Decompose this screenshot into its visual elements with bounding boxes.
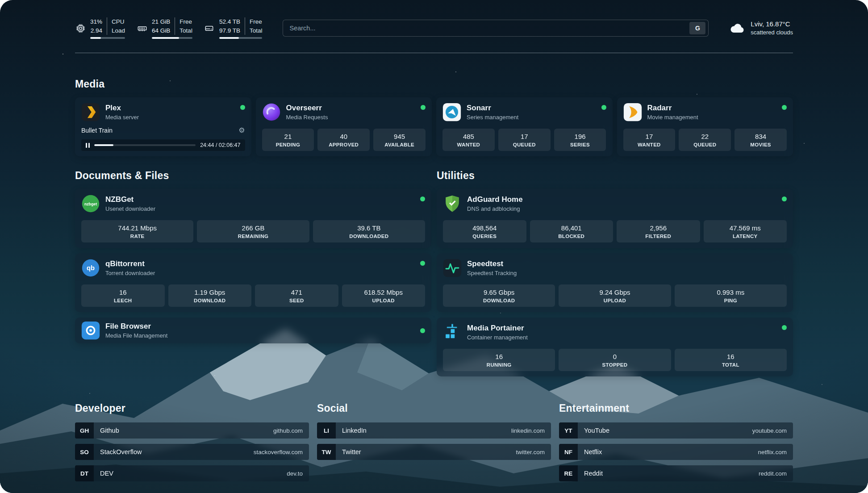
bookmark-url: youtube.com [752, 427, 787, 434]
nzbget-stat-remaining: 266 GBREMAINING [197, 220, 309, 242]
sonarr-stat-series: 196SERIES [554, 129, 606, 151]
bookmark-youtube[interactable]: YT YouTube youtube.com [559, 422, 793, 439]
radarr-stat-queued: 22QUEUED [679, 129, 731, 151]
search-input[interactable] [289, 25, 689, 32]
disk-readout: 52.4 TB 97.9 TB Free Total [219, 17, 263, 39]
bookmark-reddit[interactable]: RE Reddit reddit.com [559, 465, 793, 481]
portainer-subtitle: Container management [467, 334, 528, 341]
ram-monitor: 21 GiB 64 GiB Free Total [137, 17, 192, 39]
svg-text:qb: qb [87, 264, 95, 272]
bookmark-linkedin[interactable]: LI LinkedIn linkedin.com [317, 422, 551, 439]
sonarr-status-dot [601, 105, 606, 110]
disk-icon [204, 23, 215, 33]
media-grid: Plex Media server Bullet Train ⚙ [75, 97, 793, 156]
cpu-load-label: Load [112, 26, 125, 35]
bookmark-name: LinkedIn [342, 427, 367, 434]
section-title-documents: Documents & Files [75, 170, 431, 182]
speedtest-subtitle: Speedtest Tracking [467, 270, 517, 276]
bookmark-netflix[interactable]: NF Netflix netflix.com [559, 444, 793, 460]
cloud-icon [729, 21, 745, 35]
bookmark-url: reddit.com [759, 470, 787, 477]
nzbget-stat-rate: 744.21 MbpsRATE [81, 220, 193, 242]
qbittorrent-subtitle: Torrent downloader [105, 270, 155, 276]
overseerr-icon [262, 103, 281, 121]
section-title-social: Social [317, 402, 551, 414]
sonarr-stat-wanted: 485WANTED [442, 129, 495, 151]
svg-text:nzbget: nzbget [84, 202, 97, 206]
bookmark-name: StackOverflow [100, 448, 142, 455]
section-entertainment: Entertainment YT YouTube youtube.com NF … [559, 402, 793, 487]
nzbget-icon: nzbget [81, 194, 100, 213]
bookmark-abbr: TW [317, 444, 336, 460]
adguard-status-dot [782, 196, 787, 201]
card-overseerr[interactable]: Overseerr Media Requests 21PENDING 40APP… [256, 97, 432, 156]
filebrowser-name: File Browser [105, 322, 167, 331]
overseerr-subtitle: Media Requests [286, 114, 328, 121]
nzbget-stat-downloaded: 39.6 TBDOWNLOADED [313, 220, 425, 242]
disk-total: 97.9 TB [219, 26, 240, 35]
bookmark-abbr: RE [559, 465, 578, 481]
adguard-icon [443, 194, 462, 213]
adguard-stat-queries: 498,564QUERIES [443, 220, 526, 242]
section-utilities: Utilities AdGuard Home DNS and adblockin… [437, 170, 793, 382]
plex-progress-track[interactable] [94, 144, 196, 146]
dashboard-page: 31% 2.94 CPU Load [0, 0, 868, 493]
bookmark-url: stackoverflow.com [254, 449, 303, 455]
qbittorrent-stat-download: 1.19 GbpsDOWNLOAD [168, 284, 252, 307]
ram-progress-fill [152, 37, 179, 39]
speedtest-stat-upload: 9.24 GbpsUPLOAD [559, 284, 671, 307]
card-speedtest[interactable]: Speedtest Speedtest Tracking 9.65 GbpsDO… [437, 253, 793, 312]
disk-total-label: Total [250, 26, 263, 35]
ram-total-label: Total [179, 26, 192, 35]
nzbget-name: NZBGet [105, 195, 155, 204]
overseerr-stat-approved: 40APPROVED [317, 129, 370, 151]
section-media: Media Plex Media server [75, 78, 793, 156]
card-plex[interactable]: Plex Media server Bullet Train ⚙ [75, 97, 251, 156]
weather-widget[interactable]: Lviv, 16.87°C scattered clouds [729, 20, 793, 37]
bookmark-abbr: LI [317, 422, 336, 439]
nzbget-status-dot [420, 196, 425, 201]
card-radarr[interactable]: Radarr Movie management 17WANTED 22QUEUE… [617, 97, 793, 156]
card-adguard[interactable]: AdGuard Home DNS and adblocking 498,564Q… [437, 189, 793, 248]
bookmark-url: dev.to [287, 470, 303, 477]
card-portainer[interactable]: Media Portainer Container management 16R… [437, 318, 793, 376]
sonarr-stat-queued: 17QUEUED [498, 129, 551, 151]
portainer-stat-running: 16RUNNING [443, 349, 555, 371]
bookmark-name: Twitter [342, 448, 361, 455]
section-developer: Developer GH Github github.com SO StackO… [75, 402, 309, 487]
card-sonarr[interactable]: Sonarr Series management 485WANTED 17QUE… [436, 97, 613, 156]
card-filebrowser[interactable]: File Browser Media File Management [75, 318, 431, 343]
pause-icon[interactable] [86, 143, 90, 148]
plex-settings-gear-icon[interactable]: ⚙ [238, 127, 245, 134]
portainer-stat-stopped: 0STOPPED [559, 349, 671, 371]
bookmark-url: netflix.com [758, 449, 787, 455]
bookmark-twitter[interactable]: TW Twitter twitter.com [317, 444, 551, 460]
plex-player-bar: 24:44 / 02:06:47 [81, 139, 245, 151]
adguard-subtitle: DNS and adblocking [467, 205, 523, 212]
plex-subtitle: Media server [105, 114, 139, 121]
bookmark-url: twitter.com [516, 449, 545, 455]
ram-readout: 21 GiB 64 GiB Free Total [152, 17, 192, 39]
nzbget-subtitle: Usenet downloader [105, 205, 155, 212]
disk-free: 52.4 TB [219, 17, 240, 26]
section-title-utilities: Utilities [437, 170, 793, 182]
card-nzbget[interactable]: nzbget NZBGet Usenet downloader 744.21 M… [75, 189, 431, 248]
bookmark-dev[interactable]: DT DEV dev.to [75, 465, 309, 481]
plex-progress-fill [94, 144, 113, 146]
sonarr-subtitle: Series management [467, 114, 518, 121]
bookmark-github[interactable]: GH Github github.com [75, 422, 309, 439]
section-title-developer: Developer [75, 402, 309, 414]
section-documents: Documents & Files nzbget NZBGet Usenet d… [75, 170, 431, 382]
bookmark-stackoverflow[interactable]: SO StackOverflow stackoverflow.com [75, 444, 309, 460]
radarr-subtitle: Movie management [647, 114, 698, 121]
portainer-status-dot [782, 325, 787, 330]
section-social: Social LI LinkedIn linkedin.com TW Twitt… [317, 402, 551, 487]
adguard-stat-filtered: 2,956FILTERED [617, 220, 700, 242]
search-engine-button[interactable]: G [689, 22, 705, 34]
cpu-icon [75, 23, 86, 33]
bookmark-abbr: YT [559, 422, 578, 439]
overseerr-stat-available: 945AVAILABLE [373, 129, 426, 151]
card-qbittorrent[interactable]: qb qBittorrent Torrent downloader 16LEEC… [75, 253, 431, 312]
qbittorrent-stat-leech: 16LEECH [81, 284, 165, 307]
speedtest-stat-ping: 0.993 msPING [675, 284, 787, 307]
